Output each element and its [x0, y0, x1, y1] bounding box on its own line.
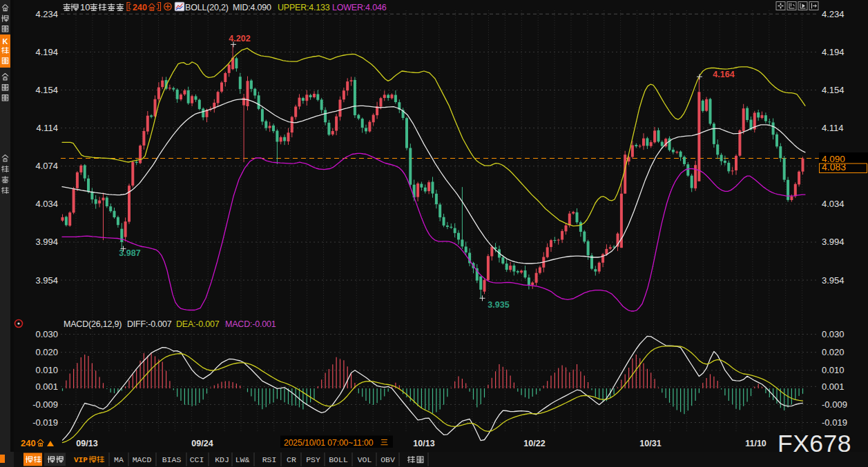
svg-text:4.234: 4.234	[35, 9, 58, 19]
svg-text:-0.009: -0.009	[822, 399, 847, 410]
svg-text:4.090: 4.090	[822, 154, 845, 164]
svg-text:LW&: LW&	[235, 455, 250, 464]
svg-text:2025/10/01 07:00~11:00: 2025/10/01 07:00~11:00	[284, 438, 374, 448]
svg-text:VOL: VOL	[358, 455, 372, 464]
svg-text:4.154: 4.154	[822, 85, 845, 95]
svg-text:PSY: PSY	[306, 455, 320, 464]
svg-text:KDJ: KDJ	[215, 455, 229, 464]
svg-text:-0.009: -0.009	[32, 399, 58, 410]
svg-text:09/13: 09/13	[76, 439, 97, 448]
svg-text:11/10: 11/10	[745, 439, 766, 448]
svg-text:MA: MA	[114, 455, 124, 464]
svg-text:4.114: 4.114	[36, 123, 58, 133]
svg-text:0.001: 0.001	[822, 381, 845, 392]
svg-text:DIFF:-0.007: DIFF:-0.007	[127, 319, 172, 329]
svg-text:0.010: 0.010	[35, 365, 58, 375]
svg-text:10: 10	[80, 2, 90, 12]
svg-text:BIAS: BIAS	[162, 455, 182, 464]
svg-text:4.194: 4.194	[822, 47, 845, 57]
svg-text:3.987: 3.987	[119, 248, 140, 258]
svg-text:MID:4.090: MID:4.090	[233, 3, 271, 12]
svg-text:BOLL(20,2): BOLL(20,2)	[185, 3, 229, 12]
svg-text:3.935: 3.935	[488, 300, 509, 310]
svg-text:BOLL: BOLL	[329, 455, 348, 464]
svg-text:4.234: 4.234	[822, 9, 845, 19]
svg-text:UPPER:4.133: UPPER:4.133	[278, 3, 330, 12]
svg-text:DEA:-0.007: DEA:-0.007	[176, 319, 220, 329]
svg-text:3.954: 3.954	[822, 275, 845, 286]
svg-text:OBV: OBV	[380, 455, 395, 464]
svg-text:MACD: MACD	[133, 455, 152, 464]
svg-text:K: K	[3, 37, 8, 46]
svg-text:3.994: 3.994	[35, 237, 58, 247]
svg-text:4.154: 4.154	[35, 85, 58, 95]
svg-text:4.194: 4.194	[35, 47, 58, 57]
svg-text:4.034: 4.034	[35, 199, 58, 209]
svg-text:240: 240	[133, 3, 147, 12]
svg-text:09/24: 09/24	[191, 439, 213, 448]
svg-text:0.030: 0.030	[35, 329, 58, 339]
svg-text:4.202: 4.202	[229, 34, 250, 43]
svg-text:3.994: 3.994	[822, 237, 845, 247]
svg-text:LOWER:4.046: LOWER:4.046	[332, 3, 387, 12]
svg-text:RSI: RSI	[262, 455, 277, 464]
svg-text:0.001: 0.001	[35, 381, 58, 392]
svg-text:4.074: 4.074	[35, 161, 58, 171]
svg-text:MACD:-0.001: MACD:-0.001	[225, 319, 276, 329]
svg-text:0.020: 0.020	[822, 347, 845, 357]
svg-text:VIP: VIP	[74, 456, 88, 464]
svg-text:10/31: 10/31	[639, 439, 661, 448]
svg-text:-0.019: -0.019	[822, 417, 847, 428]
svg-text:0.030: 0.030	[822, 329, 845, 339]
svg-text:4.114: 4.114	[822, 123, 844, 133]
svg-text:3.954: 3.954	[35, 275, 58, 286]
svg-text:4.034: 4.034	[822, 199, 845, 209]
svg-text:CCI: CCI	[190, 455, 204, 464]
svg-text:10/22: 10/22	[523, 439, 545, 448]
svg-text:-0.019: -0.019	[32, 417, 58, 428]
svg-text:10/13: 10/13	[413, 439, 434, 448]
svg-text:4.164: 4.164	[713, 70, 734, 79]
svg-text:0.010: 0.010	[822, 365, 845, 375]
svg-text:MACD(26,12,9): MACD(26,12,9)	[64, 319, 122, 329]
svg-text:0.020: 0.020	[35, 347, 58, 357]
svg-text:CR: CR	[287, 455, 296, 464]
svg-text:240: 240	[21, 438, 36, 448]
